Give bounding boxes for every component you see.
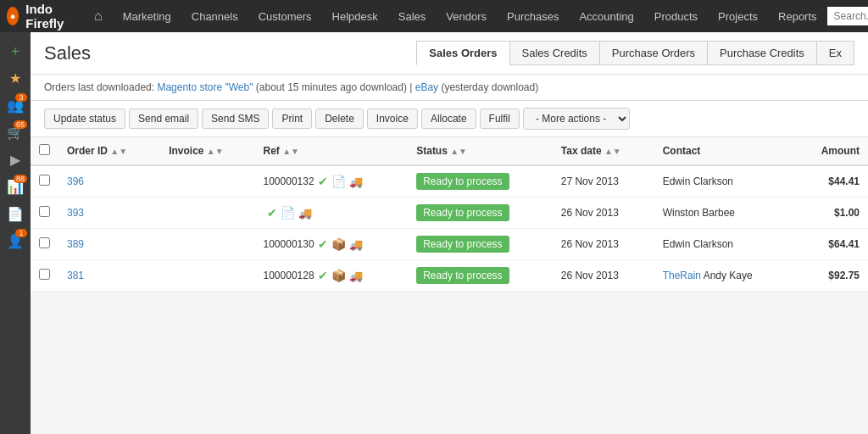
sidebar-reports-button[interactable]: 📊 88 [3, 175, 27, 198]
th-ref[interactable]: Ref ▲▼ [255, 137, 409, 165]
content-area: Sales Sales Orders Sales Credits Purchas… [31, 32, 868, 434]
row-ref: ✔📄🚚 [255, 198, 409, 229]
row-ref: 100000130✔📦🚚 [255, 229, 409, 260]
tax-date-sort-icon: ▲▼ [604, 147, 621, 156]
nav-channels[interactable]: Channels [181, 0, 248, 32]
ebay-link[interactable]: eBay [415, 81, 438, 93]
nav-links: ⌂ Marketing Channels Customers Helpdesk … [84, 0, 827, 32]
nav-purchases[interactable]: Purchases [497, 0, 569, 32]
row-amount: $44.41 [795, 165, 868, 198]
nav-home[interactable]: ⌂ [84, 0, 113, 32]
table-body: 396100000132✔📄🚚Ready to process27 Nov 20… [31, 165, 868, 292]
send-email-button[interactable]: Send email [129, 108, 198, 129]
sidebar-add-button[interactable]: ＋ [3, 39, 27, 63]
send-sms-button[interactable]: Send SMS [202, 108, 269, 129]
sidebar-docs-button[interactable]: 📄 [3, 202, 27, 225]
row-checkbox[interactable] [39, 206, 50, 217]
row-checkbox-cell [31, 198, 58, 229]
document-icon: 📄 [281, 206, 295, 220]
more-actions-select[interactable]: - More actions - [523, 108, 630, 130]
order-id-link[interactable]: 396 [67, 175, 84, 187]
row-invoice [160, 198, 254, 229]
row-checkbox[interactable] [39, 175, 50, 186]
invoice-button[interactable]: Invoice [367, 108, 418, 129]
truck-icon: 🚚 [349, 175, 363, 188]
profile-badge: 1 [15, 229, 27, 237]
row-contact: Edwin Clarkson [654, 165, 795, 198]
select-all-checkbox[interactable] [39, 144, 50, 155]
nav-customers[interactable]: Customers [248, 0, 322, 32]
nav-projects[interactable]: Projects [708, 0, 768, 32]
nav-products[interactable]: Products [644, 0, 708, 32]
play-icon: ▶ [10, 152, 20, 168]
row-status: Ready to process [408, 198, 553, 229]
row-contact: Winston Barbee [654, 198, 795, 229]
row-tax-date: 26 Nov 2013 [553, 260, 654, 292]
update-status-button[interactable]: Update status [44, 108, 125, 129]
row-tax-date: 26 Nov 2013 [553, 198, 654, 229]
tab-purchase-orders[interactable]: Purchase Orders [599, 41, 707, 65]
subheader: Orders last downloaded: Magento store "W… [31, 75, 868, 101]
toolbar: Update status Send email Send SMS Print … [31, 101, 868, 137]
row-status: Ready to process [408, 165, 553, 198]
contact-link[interactable]: TheRain [663, 270, 701, 281]
sidebar-contacts-button[interactable]: 👥 3 [3, 93, 27, 117]
table-row: 393✔📄🚚Ready to process26 Nov 2013Winston… [31, 198, 868, 229]
th-invoice[interactable]: Invoice ▲▼ [160, 137, 254, 165]
truck-icon: 🚚 [349, 270, 363, 282]
magento-link[interactable]: Magento store "Web" [157, 81, 253, 93]
nav-accounting[interactable]: Accounting [569, 0, 643, 32]
package-icon: 📦 [331, 269, 346, 282]
row-order-id: 389 [58, 229, 160, 260]
tab-purchase-credits[interactable]: Purchase Credits [707, 41, 816, 65]
th-tax-date[interactable]: Tax date ▲▼ [553, 137, 654, 165]
row-checkbox-cell [31, 165, 58, 198]
orders-table: Order ID ▲▼ Invoice ▲▼ Ref ▲▼ Statu [31, 137, 868, 292]
table-row: 381100000128✔📦🚚Ready to process26 Nov 20… [31, 260, 868, 292]
status-badge: Ready to process [416, 236, 509, 253]
logo-icon: ● [10, 11, 16, 21]
check-icon: ✔ [318, 237, 328, 251]
th-order-id[interactable]: Order ID ▲▼ [58, 137, 160, 165]
th-contact: Contact [654, 137, 795, 165]
row-checkbox-cell [31, 229, 58, 260]
sidebar-play-button[interactable]: ▶ [3, 147, 27, 171]
nav-reports[interactable]: Reports [768, 0, 827, 32]
th-checkbox [31, 137, 58, 165]
th-tax-date-label: Tax date [561, 145, 604, 157]
nav-marketing[interactable]: Marketing [113, 0, 181, 32]
row-contact: TheRain Andy Kaye [654, 260, 795, 292]
magento-detail: (about 15 minutes ago download) [256, 81, 407, 93]
row-checkbox[interactable] [39, 237, 50, 248]
sidebar-favorites-button[interactable]: ★ [3, 66, 27, 90]
order-id-link[interactable]: 381 [67, 270, 84, 281]
row-amount: $64.41 [795, 229, 868, 260]
brand-logo: ● [7, 7, 19, 25]
brand-name: Indo Firefly [25, 2, 70, 31]
check-icon: ✔ [318, 175, 328, 188]
row-invoice [160, 260, 254, 292]
delete-button[interactable]: Delete [315, 108, 364, 129]
allocate-button[interactable]: Allocate [421, 108, 476, 129]
contacts-badge: 3 [15, 93, 27, 102]
fulfil-button[interactable]: Fulfil [480, 108, 520, 129]
order-id-link[interactable]: 393 [67, 207, 84, 219]
th-ref-label: Ref [264, 145, 283, 157]
sidebar-profile-button[interactable]: 👤 1 [3, 229, 27, 253]
print-button[interactable]: Print [272, 108, 312, 129]
nav-search-input[interactable] [827, 7, 868, 25]
tab-sales-credits[interactable]: Sales Credits [509, 41, 599, 65]
document-icon: 📄 [331, 175, 346, 188]
row-ref: 100000132✔📄🚚 [255, 165, 409, 198]
sidebar-orders-button[interactable]: 🛒 65 [3, 120, 27, 144]
nav-vendors[interactable]: Vendors [436, 0, 497, 32]
tab-extra[interactable]: Ex [816, 41, 854, 65]
row-checkbox[interactable] [39, 269, 50, 280]
order-id-link[interactable]: 389 [67, 238, 84, 250]
nav-helpdesk[interactable]: Helpdesk [322, 0, 388, 32]
nav-sales[interactable]: Sales [388, 0, 437, 32]
row-invoice [160, 165, 254, 198]
tab-sales-orders[interactable]: Sales Orders [416, 41, 509, 65]
th-status[interactable]: Status ▲▼ [408, 137, 553, 165]
truck-icon: 🚚 [349, 238, 363, 251]
